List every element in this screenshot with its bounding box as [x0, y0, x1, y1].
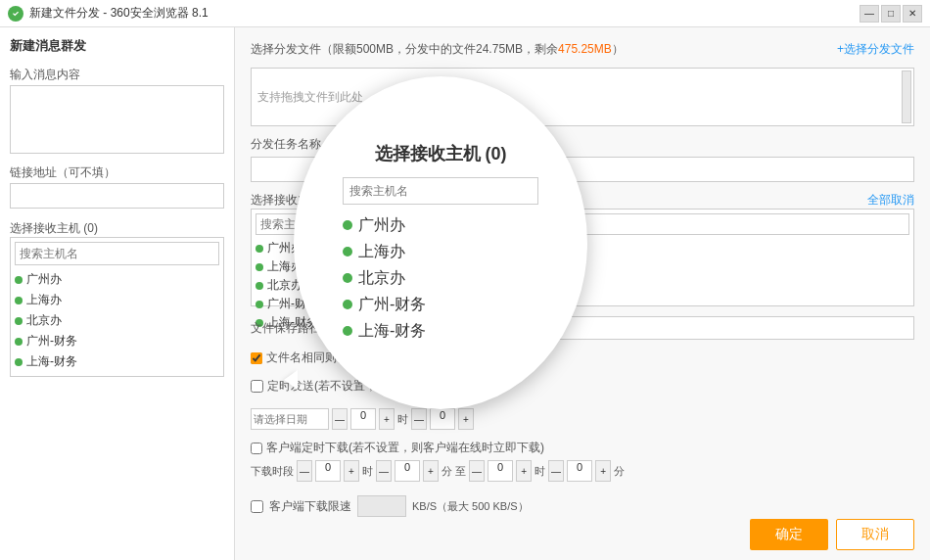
scheduled-checkbox[interactable] — [251, 380, 263, 393]
dl-hour1-minus[interactable]: — — [297, 460, 312, 482]
host-name: 上海-财务 — [26, 353, 77, 370]
left-panel-title: 新建消息群发 — [10, 37, 224, 55]
minimize-button[interactable]: — — [860, 5, 879, 23]
file-quota-remaining: 475.25MB — [558, 42, 612, 56]
list-item[interactable]: 北京办 — [256, 276, 909, 295]
list-item[interactable]: 上海-财务 — [15, 351, 219, 372]
dl-hour2-value: 0 — [488, 460, 513, 482]
file-quota-label: 选择分发文件（限额500MB，分发中的文件24.75MB，剩余 — [251, 42, 558, 56]
window-controls[interactable]: — □ ✕ — [860, 5, 922, 23]
confirm-button[interactable]: 确定 — [750, 519, 828, 550]
dl-hour1-value: 0 — [315, 460, 341, 482]
status-dot — [15, 297, 23, 304]
status-dot — [256, 263, 263, 271]
list-item[interactable]: 广州办 — [256, 239, 909, 257]
list-item[interactable]: 上海办 — [256, 257, 909, 276]
link-label: 链接地址（可不填） — [10, 164, 224, 181]
download-label: 客户端定时下载(若不设置，则客户端在线时立即下载) — [266, 440, 544, 456]
scheduled-checkbox-row: 定时发送(若不设置，则客户端在线时立即接收 — [251, 378, 506, 395]
path-row: 文件保存路径（若不填，默认保存在客户端安装... — [251, 316, 914, 340]
dl-min2-minus[interactable]: — — [548, 460, 564, 482]
host-select-label: 选择接收主机 (0) — [251, 192, 339, 209]
download-section: 客户端定时下载(若不设置，则客户端在线时立即下载) 下载时段 — 0 + 时 —… — [251, 440, 914, 482]
dl-hour1-label: 时 — [362, 464, 373, 479]
host-name: 北京办 — [26, 312, 62, 329]
bottom-bar: 确定 取消 — [750, 519, 914, 550]
dl-min2-value: 0 — [567, 460, 592, 482]
host-name: 广州办 — [26, 271, 62, 288]
min-minus-button[interactable]: — — [411, 408, 427, 430]
host-search-input[interactable] — [15, 242, 219, 265]
status-dot — [256, 245, 263, 253]
overwrite-checkbox[interactable] — [251, 352, 262, 364]
dl-hour1-plus[interactable]: + — [344, 460, 359, 482]
host-select-section: 选择接收主机 (0) 全部取消 广州办 上海办 北京办 广州-财务 上海-财务 — [251, 192, 914, 306]
speed-checkbox[interactable] — [251, 500, 263, 513]
task-name-label: 分发任务名称 — [251, 136, 914, 153]
message-section: 输入消息内容 — [10, 67, 224, 157]
hour-label: 时 — [397, 412, 408, 427]
hour-minus-button[interactable]: — — [332, 408, 348, 430]
dl-min1-plus[interactable]: + — [423, 460, 439, 482]
list-item[interactable]: 广州办 — [15, 269, 219, 290]
list-item[interactable]: 广州-财务 — [256, 295, 909, 313]
dl-hour2-minus[interactable]: — — [469, 460, 485, 482]
file-drop-scrollbar[interactable] — [902, 70, 911, 123]
min-plus-button[interactable]: + — [458, 408, 474, 430]
message-input[interactable] — [10, 85, 224, 154]
host-select-box: 广州办 上海办 北京办 广州-财务 上海-财务 — [251, 209, 914, 306]
host-section-label: 选择接收主机 (0) — [10, 220, 224, 237]
speed-input[interactable] — [357, 495, 406, 517]
task-name-input[interactable] — [251, 157, 914, 182]
download-period-label: 下载时段 — [251, 464, 294, 479]
file-quota-info: 选择分发文件（限额500MB，分发中的文件24.75MB，剩余475.25MB） — [251, 41, 624, 58]
file-drop-text: 支持拖拽文件到此处 — [257, 89, 363, 106]
path-label: 文件保存路径（若不填，默认保存在客户端安装... — [251, 320, 507, 337]
download-checkbox-row: 客户端定时下载(若不设置，则客户端在线时立即下载) — [251, 440, 914, 456]
speed-unit: KB/S（最大 500 KB/S） — [412, 499, 529, 514]
hour-plus-button[interactable]: + — [379, 408, 395, 430]
status-dot — [256, 301, 263, 308]
right-panel: 选择分发文件（限额500MB，分发中的文件24.75MB，剩余475.25MB）… — [235, 27, 930, 560]
dl-min1-minus[interactable]: — — [376, 460, 392, 482]
maximize-button[interactable]: □ — [881, 5, 901, 23]
dl-hour2-plus[interactable]: + — [516, 460, 532, 482]
list-item[interactable]: 广州-财务 — [15, 331, 219, 351]
host-search-right-input[interactable] — [256, 213, 909, 235]
host-name: 广州-财务 — [26, 333, 77, 350]
left-panel: 新建消息群发 输入消息内容 链接地址（可不填） 选择接收主机 (0) 广州办 上… — [0, 27, 235, 560]
host-name: 北京办 — [267, 277, 302, 294]
cancel-all-button[interactable]: 全部取消 — [867, 192, 914, 209]
file-drop-area[interactable]: 支持拖拽文件到此处 — [251, 68, 914, 126]
link-input[interactable] — [10, 183, 224, 209]
host-name: 广州-财务 — [267, 296, 318, 312]
file-select-link[interactable]: +选择分发文件 — [837, 41, 914, 58]
dl-min2-plus[interactable]: + — [595, 460, 611, 482]
close-button[interactable]: ✕ — [903, 5, 922, 23]
path-input[interactable] — [513, 316, 914, 340]
scheduled-time-controls: — 0 + 时 — 0 + — [251, 408, 914, 430]
window-title: 新建文件分发 - 360安全浏览器 8.1 — [29, 5, 209, 22]
cancel-button[interactable]: 取消 — [836, 519, 914, 550]
download-time-row: 下载时段 — 0 + 时 — 0 + 分 至 — 0 + 时 — 0 + 分 — [251, 460, 914, 482]
link-section: 链接地址（可不填） — [10, 164, 224, 209]
speed-label: 客户端下载限速 — [269, 498, 351, 515]
list-item[interactable]: 北京办 — [15, 310, 219, 331]
list-item[interactable]: 上海办 — [15, 290, 219, 310]
date-input[interactable] — [251, 408, 329, 430]
message-label: 输入消息内容 — [10, 67, 224, 83]
host-select-row: 选择接收主机 (0) 全部取消 — [251, 192, 914, 209]
hour-value: 0 — [350, 408, 376, 430]
file-select-row: 选择分发文件（限额500MB，分发中的文件24.75MB，剩余475.25MB）… — [251, 41, 914, 58]
dl-min1-value: 0 — [395, 460, 420, 482]
host-name: 上海办 — [26, 292, 62, 308]
scheduled-label: 定时发送(若不设置，则客户端在线时立即接收 — [267, 378, 506, 395]
host-list: 广州办 上海办 北京办 广州-财务 上海-财务 — [15, 269, 219, 372]
speed-section: 客户端下载限速 KB/S（最大 500 KB/S） — [251, 495, 914, 517]
host-section: 选择接收主机 (0) 广州办 上海办 北京办 广州-财务 上海-财务 — [10, 216, 224, 377]
status-dot — [15, 338, 23, 346]
download-checkbox[interactable] — [251, 443, 262, 454]
file-quota-suffix: ） — [612, 42, 624, 56]
app-icon — [8, 6, 23, 22]
status-dot — [15, 317, 23, 325]
